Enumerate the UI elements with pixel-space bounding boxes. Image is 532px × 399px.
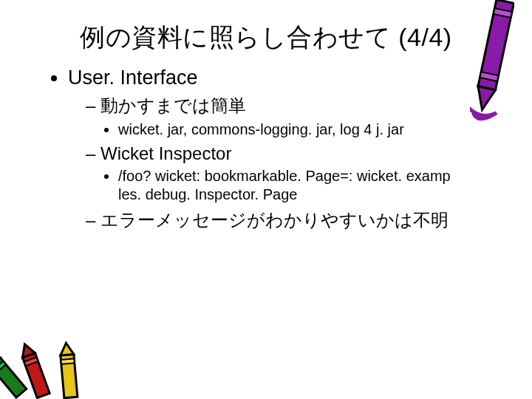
bullet-text-continuation: les. debug. Inspector. Page [118, 185, 502, 204]
slide-title: 例の資料に照らし合わせて (4/4) [30, 21, 502, 55]
crayon-icon [470, 0, 514, 126]
bullet-text: User. Interface [68, 66, 198, 89]
bullet-text: /foo? wicket: bookmarkable. Page=: wicke… [118, 168, 451, 184]
bullet-list-level2: 動かすまでは簡単 wicket. jar, commons-logging. j… [68, 94, 502, 232]
list-item: wicket. jar, commons-logging. jar, log 4… [118, 120, 502, 139]
bullet-text: 動かすまでは簡単 [100, 95, 246, 115]
svg-marker-3 [474, 86, 496, 112]
list-item: 動かすまでは簡単 wicket. jar, commons-logging. j… [86, 94, 502, 139]
list-item: /foo? wicket: bookmarkable. Page=: wicke… [118, 167, 502, 204]
bullet-text: wicket. jar, commons-logging. jar, log 4… [118, 121, 404, 137]
bullet-text: エラーメッセージがわかりやすいかは不明 [100, 210, 449, 230]
crayon-group-icon [0, 332, 96, 399]
svg-rect-11 [61, 358, 74, 364]
slide: 例の資料に照らし合わせて (4/4) User. Interface 動かすまで… [0, 0, 532, 399]
list-item: エラーメッセージがわかりやすいかは不明 [86, 208, 502, 232]
list-item: Wicket Inspector /foo? wicket: bookmarka… [86, 143, 502, 204]
bullet-list-level1: User. Interface 動かすまでは簡単 wicket. jar, co… [30, 66, 502, 232]
bullet-list-level3: /foo? wicket: bookmarkable. Page=: wicke… [86, 167, 502, 204]
svg-marker-12 [59, 342, 73, 355]
bullet-list-level3: wicket. jar, commons-logging. jar, log 4… [86, 120, 502, 139]
list-item: User. Interface 動かすまでは簡単 wicket. jar, co… [68, 66, 502, 232]
bullet-text: Wicket Inspector [100, 143, 231, 163]
